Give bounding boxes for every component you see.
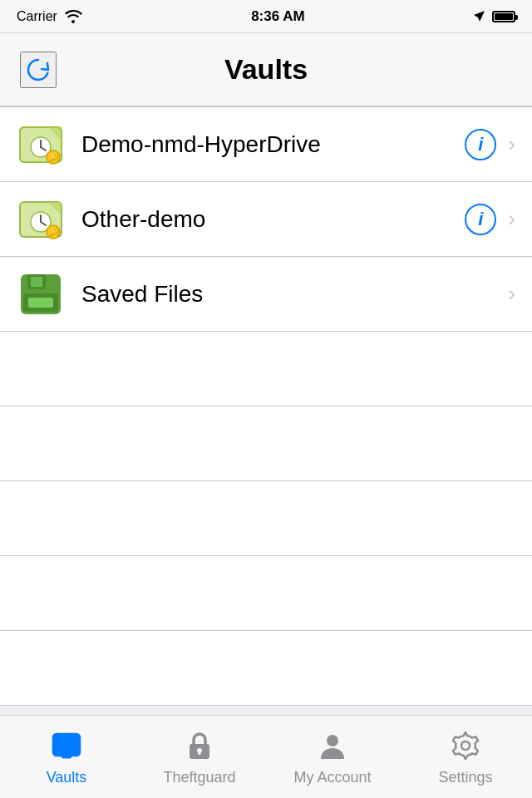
info-button[interactable]: i bbox=[465, 204, 496, 235]
svg-rect-25 bbox=[199, 751, 201, 755]
empty-row bbox=[0, 631, 532, 706]
tab-bar: Vaults Theftguard My Account bbox=[0, 715, 532, 798]
nav-bar: Vaults bbox=[0, 33, 532, 106]
tab-settings-label: Settings bbox=[438, 769, 492, 786]
vault-name: Other-demo bbox=[81, 206, 465, 233]
chevron-icon: › bbox=[508, 281, 515, 307]
refresh-icon bbox=[23, 55, 53, 85]
empty-row bbox=[0, 406, 532, 481]
status-right bbox=[474, 10, 515, 23]
carrier-label: Carrier bbox=[17, 9, 57, 24]
tab-vaults[interactable]: Vaults bbox=[0, 716, 133, 798]
save-icon bbox=[17, 270, 65, 318]
tab-myaccount[interactable]: My Account bbox=[266, 716, 399, 798]
svg-rect-15 bbox=[31, 277, 42, 287]
vault-icon: 🔑 bbox=[17, 121, 65, 169]
vault-list: 🔑 Demo-nmd-HyperDrive i › 🔑 Other-demo i bbox=[0, 106, 532, 706]
theftguard-tab-icon bbox=[181, 727, 218, 764]
myaccount-tab-icon bbox=[314, 727, 351, 764]
refresh-button[interactable] bbox=[20, 52, 57, 88]
tab-vaults-label: Vaults bbox=[47, 769, 87, 786]
info-button[interactable]: i bbox=[465, 129, 496, 160]
list-item[interactable]: Saved Files › bbox=[0, 257, 532, 332]
empty-row bbox=[0, 332, 532, 406]
svg-point-27 bbox=[461, 741, 470, 750]
tab-settings[interactable]: Settings bbox=[399, 716, 532, 798]
list-item[interactable]: 🔑 Other-demo i › bbox=[0, 182, 532, 257]
vaults-tab-icon bbox=[48, 727, 85, 764]
svg-text:🔑: 🔑 bbox=[48, 227, 59, 238]
location-icon bbox=[474, 10, 485, 23]
chevron-icon: › bbox=[508, 131, 515, 157]
main-content: 🔑 Demo-nmd-HyperDrive i › 🔑 Other-demo i bbox=[0, 106, 532, 788]
settings-tab-icon bbox=[447, 727, 484, 764]
tab-myaccount-label: My Account bbox=[293, 769, 371, 786]
svg-point-26 bbox=[327, 735, 338, 746]
vault-icon: 🔑 bbox=[17, 195, 65, 244]
status-bar: Carrier 8:36 AM bbox=[0, 0, 532, 33]
tab-theftguard-label: Theftguard bbox=[163, 769, 235, 786]
chevron-icon: › bbox=[508, 206, 515, 232]
saved-files-label: Saved Files bbox=[81, 281, 508, 308]
status-time: 8:36 AM bbox=[251, 8, 305, 25]
wifi-icon bbox=[64, 10, 82, 23]
page-title: Vaults bbox=[224, 53, 308, 86]
vault-name: Demo-nmd-HyperDrive bbox=[81, 131, 465, 158]
svg-rect-22 bbox=[62, 754, 71, 758]
list-item[interactable]: 🔑 Demo-nmd-HyperDrive i › bbox=[0, 107, 532, 182]
tab-theftguard[interactable]: Theftguard bbox=[133, 716, 266, 798]
empty-row bbox=[0, 481, 532, 556]
status-left: Carrier bbox=[17, 9, 82, 24]
svg-text:🔑: 🔑 bbox=[48, 152, 59, 163]
empty-row bbox=[0, 556, 532, 631]
battery-icon bbox=[492, 11, 515, 22]
svg-rect-17 bbox=[28, 298, 53, 308]
